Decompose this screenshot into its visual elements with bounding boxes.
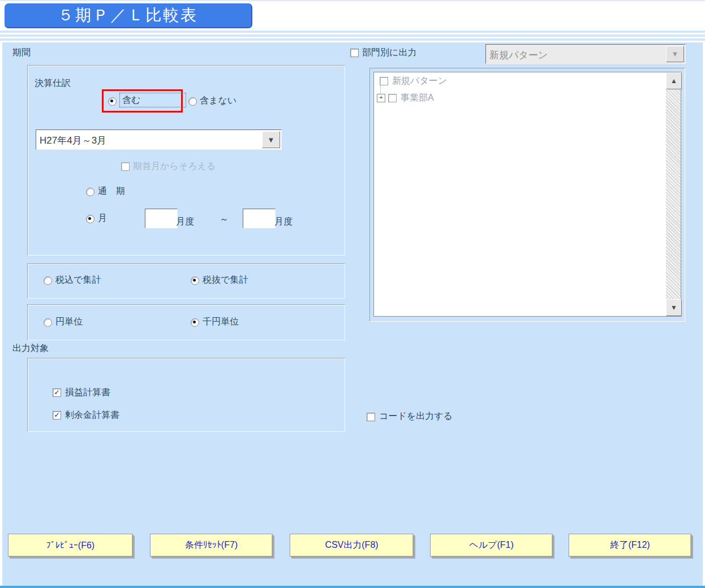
unit-yen-label[interactable]: 円単位 xyxy=(55,316,83,327)
bottom-border-line xyxy=(0,586,705,588)
check-icon: ✓ xyxy=(53,389,61,396)
settlement-journal-label: 決算仕訳 xyxy=(35,77,71,89)
period-section-label: 期間 xyxy=(12,47,31,59)
tax-inclusive-label[interactable]: 税込で集計 xyxy=(55,274,101,286)
department-tree-list: 新規パターン + 事業部A ▲ ▼ xyxy=(373,72,681,317)
pattern-select[interactable]: 新規パターン ▼ xyxy=(485,44,686,64)
chevron-down-icon: ▼ xyxy=(672,50,679,58)
period-groupbox: 決算仕訳 含む 含まない H27年4月～3月 ▼ 期首月からそろえる 通 期 月… xyxy=(27,65,345,256)
month-from-unit-label: 月度 xyxy=(176,216,194,227)
fiscal-period-select[interactable]: H27年4月～3月 ▼ xyxy=(36,129,282,150)
output-section-label: 出力対象 xyxy=(12,343,49,354)
settlement-exclude-radio[interactable] xyxy=(188,97,197,106)
month-to-input[interactable] xyxy=(243,209,276,228)
department-tree-panel: 新規パターン + 事業部A ▲ ▼ xyxy=(369,68,685,322)
window-title-tab: ５期Ｐ／Ｌ比較表 xyxy=(5,3,252,28)
unit-groupbox: 円単位 千円単位 xyxy=(27,304,345,340)
csv-export-button[interactable]: CSV出力(F8) xyxy=(290,534,414,557)
pl-statement-label[interactable]: 損益計算書 xyxy=(65,387,110,398)
unit-thousand-label[interactable]: 千円単位 xyxy=(203,316,239,327)
month-mode-radio[interactable] xyxy=(86,215,94,223)
help-button[interactable]: ヘルプ(F1) xyxy=(430,534,553,557)
chevron-down-icon: ▼ xyxy=(268,136,275,144)
tax-exclusive-label[interactable]: 税抜で集計 xyxy=(203,274,248,286)
pl-statement-checkbox[interactable]: ✓ xyxy=(53,388,61,397)
tax-inclusive-radio[interactable] xyxy=(44,276,52,285)
output-code-label[interactable]: コードを出力する xyxy=(379,410,453,422)
surplus-statement-checkbox[interactable]: ✓ xyxy=(53,411,61,420)
page-title: ５期Ｐ／Ｌ比較表 xyxy=(58,5,198,26)
tree-scrollbar[interactable]: ▲ ▼ xyxy=(666,72,681,316)
align-start-month-label: 期首月からそろえる xyxy=(133,161,216,172)
align-start-month-checkbox[interactable] xyxy=(121,162,130,171)
scroll-up-button[interactable]: ▲ xyxy=(666,72,682,89)
unit-thousand-radio[interactable] xyxy=(191,318,199,327)
by-department-checkbox[interactable] xyxy=(350,49,359,57)
month-from-input[interactable] xyxy=(145,209,178,228)
settlement-include-label[interactable]: 含む xyxy=(119,93,186,107)
full-period-radio[interactable] xyxy=(86,188,94,196)
full-period-label[interactable]: 通 期 xyxy=(98,185,125,197)
fiscal-period-value: H27年4月～3月 xyxy=(40,134,106,147)
month-to-unit-label: 月度 xyxy=(274,216,293,227)
arrow-down-icon: ▼ xyxy=(670,304,677,312)
tree-item-division-checkbox[interactable] xyxy=(388,94,397,102)
output-code-checkbox[interactable] xyxy=(367,413,375,421)
month-mode-label[interactable]: 月 xyxy=(98,213,107,224)
arrow-up-icon: ▲ xyxy=(670,77,677,85)
unit-yen-radio[interactable] xyxy=(44,318,52,327)
tax-exclusive-radio[interactable] xyxy=(191,276,199,285)
reset-conditions-button[interactable]: 条件ﾘｾｯﾄ(F7) xyxy=(150,534,273,557)
settlement-include-radio[interactable] xyxy=(108,97,117,106)
by-department-label[interactable]: 部門別に出力 xyxy=(362,47,416,58)
pattern-dropdown-button[interactable]: ▼ xyxy=(666,46,684,62)
fiscal-period-dropdown-button[interactable]: ▼ xyxy=(262,131,280,148)
scroll-down-button[interactable]: ▼ xyxy=(666,299,682,316)
tree-item-division-label[interactable]: 事業部A xyxy=(401,92,434,103)
top-border-line xyxy=(0,0,705,1)
tree-expand-plus-icon[interactable]: + xyxy=(377,94,385,102)
settlement-exclude-label[interactable]: 含まない xyxy=(200,95,237,106)
title-separator-stripes xyxy=(0,29,705,41)
exit-button[interactable]: 終了(F12) xyxy=(569,534,691,557)
five-period-pl-window: ５期Ｐ／Ｌ比較表 期間 決算仕訳 含む 含まない H27年4月～3月 ▼ 期首月… xyxy=(0,0,705,588)
preview-button[interactable]: ﾌﾟﾚﾋﾞｭｰ(F6) xyxy=(8,534,133,557)
tree-item-pattern-label[interactable]: 新規パターン xyxy=(392,75,447,87)
range-tilde-label: ～ xyxy=(220,214,229,225)
tax-groupbox: 税込で集計 税抜で集計 xyxy=(27,263,345,299)
tree-item-pattern-checkbox[interactable] xyxy=(380,77,388,85)
check-icon: ✓ xyxy=(53,412,61,419)
surplus-statement-label[interactable]: 剰余金計算書 xyxy=(65,409,119,421)
pattern-select-value: 新規パターン xyxy=(489,49,548,62)
output-groupbox: ✓ 損益計算書 ✓ 剰余金計算書 xyxy=(27,358,345,432)
